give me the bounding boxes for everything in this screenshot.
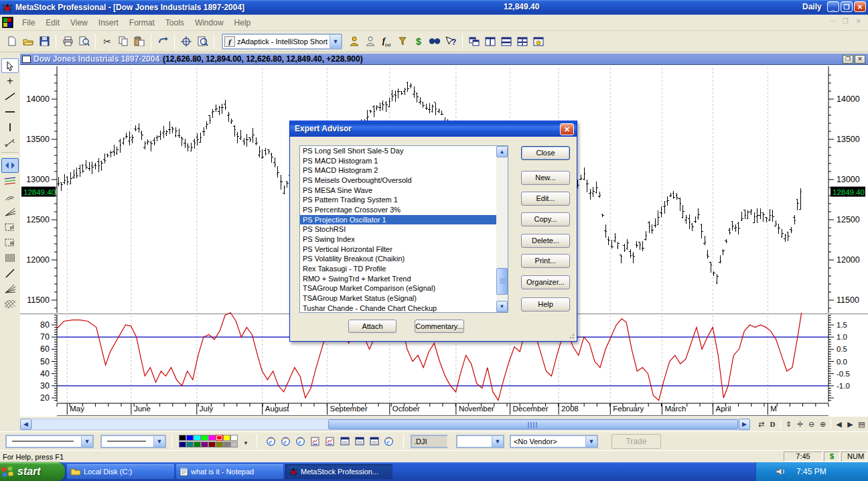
expert-list-item[interactable]: PS Pattern Trading System 1 xyxy=(300,195,508,205)
color-swatch[interactable] xyxy=(223,435,230,441)
volume-icon[interactable] xyxy=(775,466,787,477)
menu-insert[interactable]: Insert xyxy=(93,16,124,29)
tool-retracement-box[interactable]: R xyxy=(1,235,19,250)
interval-combobox[interactable]: ▼ xyxy=(456,435,504,448)
chevron-down-icon[interactable]: ▼ xyxy=(81,436,92,447)
color-swatch[interactable] xyxy=(230,441,238,448)
taskbar-task-metastock[interactable]: MetaStock Profession... xyxy=(285,464,392,479)
close-button[interactable]: Close xyxy=(521,146,570,160)
tool-horizontal-line[interactable] xyxy=(1,105,19,119)
chevron-down-icon[interactable]: ▼ xyxy=(330,35,341,48)
print-icon[interactable] xyxy=(60,33,76,50)
line-style-combobox[interactable]: ▼ xyxy=(5,435,94,448)
tool-semilog-line[interactable]: SL xyxy=(1,135,19,150)
expert-list-item[interactable]: TSAGroup Market Status (eSignal) xyxy=(300,293,508,303)
attach-button[interactable]: Attach xyxy=(348,320,396,333)
chart-scrollbar-track[interactable] xyxy=(31,419,739,430)
print-button[interactable]: Print... xyxy=(521,254,570,268)
formula-picker-combobox[interactable]: f zAdaptick - IntelliStop Short : ▼ xyxy=(222,33,342,50)
chart-restore-button[interactable]: ❐ xyxy=(843,55,853,64)
globe-2-icon[interactable]: e xyxy=(279,434,293,449)
layout-frame-2-icon[interactable] xyxy=(352,434,367,449)
pan-button[interactable]: ✛ xyxy=(794,419,806,430)
dollar-icon[interactable]: $ xyxy=(411,33,427,50)
expert-list-item[interactable]: PS Meisels Overbought/Oversold xyxy=(300,176,508,186)
fx-icon[interactable]: f(x) xyxy=(378,33,394,50)
chevron-down-icon[interactable]: ▼ xyxy=(492,436,503,447)
scroll-left-button[interactable]: ◀ xyxy=(20,419,31,430)
dialog-titlebar[interactable]: Expert Advisor xyxy=(290,121,577,137)
menu-help[interactable]: Help xyxy=(229,16,257,29)
window-gear-icon[interactable] xyxy=(530,33,547,50)
taskbar-task-folder[interactable]: Local Disk (C:) xyxy=(67,464,174,479)
chart-window-titlebar[interactable]: Dow Jones Industrials 1897-2004 (12,626.… xyxy=(20,54,868,65)
tool-gann-fan[interactable] xyxy=(1,281,19,296)
color-swatch[interactable] xyxy=(208,441,216,448)
previous-button[interactable]: ◀ xyxy=(833,419,845,430)
refresh-button[interactable]: ⇄ xyxy=(755,419,767,430)
layout-frame-3-icon[interactable] xyxy=(367,434,382,449)
expert-list-item[interactable]: PS Long Sell Short Sale-5 Day xyxy=(300,146,508,156)
copy-button[interactable]: Copy... xyxy=(521,212,570,226)
color-swatch[interactable] xyxy=(186,441,194,448)
color-swatch[interactable] xyxy=(179,435,186,441)
chart-page-2-icon[interactable] xyxy=(323,434,338,449)
help-button[interactable]: Help xyxy=(521,297,570,312)
palette-arrow-icon[interactable]: ▼ xyxy=(243,440,248,446)
line-weight-combobox[interactable]: ▼ xyxy=(100,435,166,448)
color-swatch[interactable] xyxy=(179,441,186,448)
expert-list-item[interactable]: PS MACD Histogram 1 xyxy=(300,156,508,166)
zoom-in-button[interactable]: ⊕ xyxy=(817,419,828,430)
menu-tools[interactable]: Tools xyxy=(160,16,190,29)
guru-gray-icon[interactable] xyxy=(362,33,378,50)
expert-list[interactable]: PS Long Sell Short Sale-5 DayPS MACD His… xyxy=(299,145,508,313)
undo-icon[interactable] xyxy=(155,33,171,50)
tile-vertical-icon[interactable] xyxy=(482,33,498,50)
tool-scroll-arrows[interactable] xyxy=(1,158,19,173)
expert-list-item[interactable]: PS Vertical Horizontal Filter xyxy=(300,245,508,255)
print-preview-icon[interactable] xyxy=(76,33,92,50)
copy-icon[interactable] xyxy=(115,33,131,50)
delete-button[interactable]: Delete... xyxy=(521,234,570,248)
color-swatch[interactable] xyxy=(194,441,201,448)
cascade-windows-icon[interactable] xyxy=(466,33,482,50)
expert-list-item[interactable]: PS StochRSI xyxy=(300,224,508,234)
dialog-resize-grip[interactable] xyxy=(567,332,575,340)
tool-vertical-line[interactable] xyxy=(1,120,19,135)
menu-window[interactable]: Window xyxy=(190,16,229,29)
tool-fibonacci-arcs[interactable] xyxy=(1,189,19,204)
taskbar-task-notepad[interactable]: what is it - Notepad xyxy=(176,464,283,479)
cut-icon[interactable]: ✂ xyxy=(99,33,115,50)
tool-trendline[interactable] xyxy=(1,89,19,104)
find-icon[interactable] xyxy=(427,33,443,50)
list-scroll-down-icon[interactable]: ▼ xyxy=(496,301,508,312)
menu-file[interactable]: File xyxy=(17,16,40,29)
color-swatch[interactable] xyxy=(216,441,223,448)
tool-fibonacci-fan[interactable] xyxy=(1,204,19,219)
tool-multi-trendlines[interactable] xyxy=(1,174,19,188)
chevron-down-icon[interactable]: ▼ xyxy=(585,436,597,447)
minimize-button[interactable]: _ xyxy=(827,1,839,12)
zoom-doc-icon[interactable] xyxy=(194,33,210,50)
tool-time-zones[interactable] xyxy=(1,251,19,265)
new-icon[interactable] xyxy=(4,33,20,50)
expert-list-item[interactable]: Rex Takasugi - TD Profile xyxy=(300,264,508,274)
dialog-close-icon[interactable]: ✕ xyxy=(560,123,574,135)
expert-list-item[interactable]: PS Volatility Breakout (Chaikin) xyxy=(300,254,508,264)
globe-1-icon[interactable]: e xyxy=(264,434,279,449)
tool-pointer[interactable] xyxy=(1,58,19,73)
chart-scrollbar-thumb[interactable] xyxy=(328,419,738,429)
color-swatch[interactable] xyxy=(216,435,223,441)
expert-list-item[interactable]: PS Projection Oscillator 1 xyxy=(300,215,508,225)
chevron-down-icon[interactable]: ▼ xyxy=(153,436,165,447)
commentary-button[interactable]: Commentary... xyxy=(415,320,464,333)
chart-close-button[interactable]: ✕ xyxy=(855,55,865,64)
menu-edit[interactable]: Edit xyxy=(40,16,65,29)
color-swatch[interactable] xyxy=(201,441,208,448)
tool-crosshair-tool[interactable]: + xyxy=(1,74,19,88)
restore-button[interactable]: ❐ xyxy=(841,1,853,12)
tool-speed-line[interactable] xyxy=(1,266,19,281)
zoom-out-button[interactable]: ⊖ xyxy=(806,419,817,430)
edit-button[interactable]: Edit... xyxy=(521,192,570,206)
layout-button[interactable]: ▤ xyxy=(856,419,867,430)
